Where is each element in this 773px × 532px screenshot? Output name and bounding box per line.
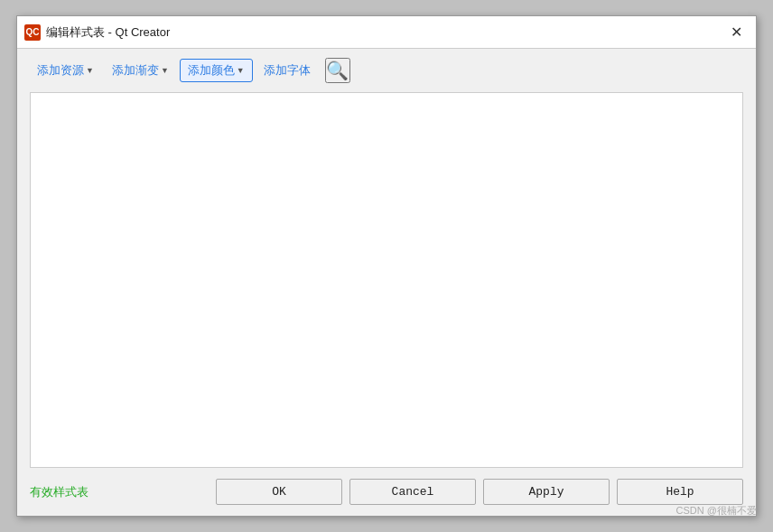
watermark: CSDN @很楠不爱 [676, 504, 757, 518]
stylesheet-editor[interactable] [30, 92, 743, 468]
add-color-button[interactable]: 添加颜色 ▼ [180, 59, 253, 82]
close-button[interactable]: ✕ [723, 22, 749, 43]
toolbar: 添加资源 ▼ 添加渐变 ▼ 添加颜色 ▼ 添加字体 🔍 [17, 49, 756, 92]
add-gradient-button[interactable]: 添加渐变 ▼ [105, 59, 176, 82]
title-bar: QC 编辑样式表 - Qt Creator ✕ [17, 16, 756, 49]
search-icon: 🔍 [326, 60, 349, 81]
add-resource-button[interactable]: 添加资源 ▼ [30, 59, 101, 82]
add-resource-dropdown-arrow: ▼ [86, 66, 94, 75]
app-icon: QC [24, 24, 41, 41]
help-button[interactable]: Help [617, 479, 743, 505]
cancel-button[interactable]: Cancel [349, 479, 476, 505]
main-window: QC 编辑样式表 - Qt Creator ✕ 添加资源 ▼ 添加渐变 ▼ 添加… [16, 15, 757, 517]
valid-stylesheet-label: 有效样式表 [30, 484, 88, 500]
add-gradient-dropdown-arrow: ▼ [161, 66, 169, 75]
title-bar-left: QC 编辑样式表 - Qt Creator [24, 24, 170, 41]
add-font-button[interactable]: 添加字体 [256, 59, 318, 82]
add-color-dropdown-arrow: ▼ [237, 66, 245, 75]
search-button[interactable]: 🔍 [325, 58, 350, 83]
footer: 有效样式表 OK Cancel Apply Help [17, 468, 756, 516]
footer-buttons: OK Cancel Apply Help [216, 479, 743, 505]
apply-button[interactable]: Apply [483, 479, 610, 505]
ok-button[interactable]: OK [216, 479, 342, 505]
window-title: 编辑样式表 - Qt Creator [46, 24, 170, 41]
